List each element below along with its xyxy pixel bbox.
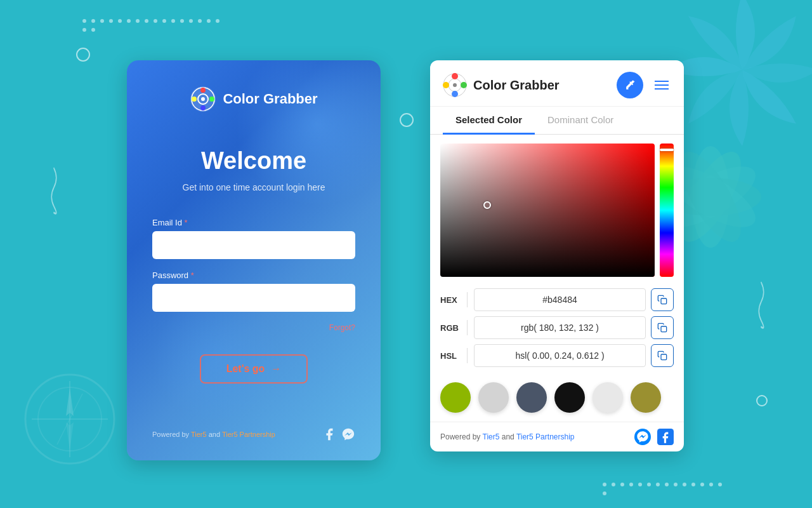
svg-point-16 bbox=[200, 88, 206, 93]
hsl-divider bbox=[467, 348, 468, 363]
color-card-social-icons bbox=[634, 429, 674, 445]
bg-dot bbox=[100, 19, 104, 23]
svg-point-17 bbox=[209, 97, 214, 102]
bg-squiggle-left bbox=[48, 165, 60, 222]
hex-copy-button[interactable] bbox=[651, 288, 674, 311]
color-gradient-picker[interactable] bbox=[440, 144, 655, 277]
hex-divider bbox=[467, 292, 468, 307]
svg-point-20 bbox=[201, 97, 205, 101]
bg-dot bbox=[718, 483, 722, 486]
bg-dot bbox=[700, 483, 704, 486]
hex-input[interactable] bbox=[474, 288, 646, 311]
rgb-input[interactable] bbox=[474, 316, 646, 339]
hsl-input[interactable] bbox=[474, 344, 646, 367]
facebook-icon[interactable] bbox=[322, 427, 336, 441]
swatch-olive[interactable] bbox=[631, 382, 661, 413]
bg-squiggle-right bbox=[755, 279, 768, 337]
login-card: Color Grabber Welcome Get into one time … bbox=[127, 60, 381, 460]
bg-dot bbox=[82, 28, 86, 32]
email-field-group: Email Id * bbox=[152, 218, 355, 259]
bg-dot bbox=[127, 19, 131, 23]
tab-dominant-color[interactable]: Dominant Color bbox=[535, 107, 626, 135]
login-footer: Powered by Tier5 and Tier5 Partnership bbox=[152, 427, 355, 441]
password-input[interactable] bbox=[152, 284, 355, 312]
color-tabs: Selected Color Dominant Color bbox=[430, 107, 684, 135]
bg-dot bbox=[612, 483, 615, 486]
bg-dot bbox=[656, 483, 660, 486]
login-powered-by: Powered by Tier5 and Tier5 Partnership bbox=[152, 431, 275, 438]
bg-dot bbox=[136, 19, 140, 23]
svg-point-25 bbox=[452, 91, 458, 97]
color-swatches-panel bbox=[430, 378, 684, 422]
svg-rect-31 bbox=[661, 354, 667, 360]
bg-dot bbox=[162, 19, 166, 23]
color-values-panel: HEX RGB HSL bbox=[430, 283, 684, 378]
bg-dot bbox=[118, 19, 122, 23]
color-hue-slider[interactable] bbox=[660, 144, 674, 277]
color-card-logo-area: Color Grabber bbox=[443, 73, 560, 97]
color-gradient-container bbox=[440, 144, 674, 277]
tier5-link[interactable]: Tier5 bbox=[191, 431, 207, 438]
bg-dot bbox=[216, 19, 219, 23]
svg-point-32 bbox=[634, 429, 651, 445]
hex-label: HEX bbox=[440, 295, 461, 305]
svg-point-27 bbox=[453, 83, 457, 87]
arrow-right-icon: → bbox=[271, 363, 281, 375]
menu-line-3 bbox=[655, 88, 669, 90]
bg-dot bbox=[620, 483, 624, 486]
messenger-footer-icon[interactable] bbox=[634, 429, 651, 445]
bg-circle-decoration-right bbox=[756, 395, 768, 406]
color-picker-area bbox=[430, 135, 684, 283]
copy-icon bbox=[657, 351, 667, 361]
menu-button[interactable] bbox=[652, 78, 671, 92]
bg-dot bbox=[674, 483, 678, 486]
bg-dot bbox=[145, 19, 148, 23]
eyedropper-button[interactable] bbox=[617, 72, 643, 98]
facebook-footer-icon[interactable] bbox=[657, 429, 674, 445]
menu-line-2 bbox=[655, 84, 669, 86]
email-input[interactable] bbox=[152, 231, 355, 259]
swatch-near-black[interactable] bbox=[554, 382, 585, 413]
color-card-header: Color Grabber bbox=[430, 60, 684, 107]
svg-marker-11 bbox=[66, 422, 74, 451]
bg-dot bbox=[683, 483, 686, 486]
swatch-yellow-green[interactable] bbox=[440, 382, 471, 413]
login-social-icons bbox=[322, 427, 355, 441]
login-app-logo-icon bbox=[190, 86, 216, 112]
rgb-copy-button[interactable] bbox=[651, 316, 674, 339]
bg-dots-bottom-right bbox=[603, 483, 730, 495]
hsl-copy-button[interactable] bbox=[651, 344, 674, 367]
bg-dot bbox=[189, 19, 193, 23]
bg-dots-top bbox=[82, 19, 222, 32]
rgb-row: RGB bbox=[440, 316, 674, 339]
tab-selected-color[interactable]: Selected Color bbox=[443, 107, 535, 135]
login-app-title: Color Grabber bbox=[223, 91, 317, 107]
svg-point-26 bbox=[443, 82, 449, 88]
copy-icon bbox=[657, 323, 667, 333]
swatch-very-light-gray[interactable] bbox=[593, 382, 623, 413]
bg-dot bbox=[91, 19, 95, 23]
email-label: Email Id * bbox=[152, 218, 355, 227]
color-grabber-card: Color Grabber Selected Color Dominant Co… bbox=[430, 60, 684, 451]
swatch-slate-blue[interactable] bbox=[516, 382, 547, 413]
bg-dot bbox=[709, 483, 713, 486]
forgot-password-link[interactable]: Forgot? bbox=[329, 323, 355, 332]
messenger-icon[interactable] bbox=[341, 427, 355, 441]
svg-rect-29 bbox=[661, 298, 667, 304]
bg-dot bbox=[207, 19, 211, 23]
color-card-title: Color Grabber bbox=[473, 78, 560, 93]
tier5-partnership-link[interactable]: Tier5 Partnership bbox=[222, 431, 275, 438]
login-submit-label: Let's go bbox=[226, 363, 265, 375]
copy-icon bbox=[657, 295, 667, 305]
bg-circle-decoration-mid bbox=[400, 113, 414, 127]
bg-dot bbox=[171, 19, 175, 23]
bg-dot bbox=[82, 19, 86, 23]
color-tier5-partnership-link[interactable]: Tier5 Partnership bbox=[516, 432, 575, 441]
bg-dot bbox=[154, 19, 157, 23]
color-tier5-link[interactable]: Tier5 bbox=[483, 432, 500, 441]
bg-dot bbox=[603, 491, 606, 495]
color-card-powered-by: Powered by Tier5 and Tier5 Partnership bbox=[440, 432, 574, 441]
login-submit-button[interactable]: Let's go → bbox=[200, 354, 308, 384]
svg-point-19 bbox=[192, 97, 197, 102]
swatch-light-gray[interactable] bbox=[478, 382, 509, 413]
